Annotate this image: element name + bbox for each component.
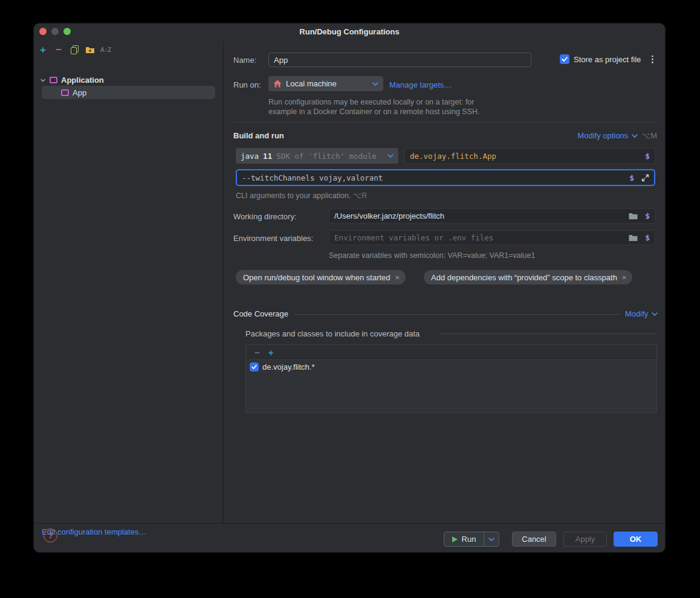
- chevron-down-icon[interactable]: [632, 134, 638, 138]
- chevron-down-icon: [40, 77, 46, 83]
- kebab-menu-icon[interactable]: ⋮: [648, 54, 657, 65]
- run-on-label: Run on:: [233, 80, 261, 89]
- add-pattern-button[interactable]: +: [268, 348, 274, 357]
- chevron-down-icon: [372, 82, 378, 86]
- checkbox-checked-icon: [560, 54, 569, 64]
- configurations-sidebar: + − A↕Z: [34, 40, 223, 524]
- ok-button[interactable]: OK: [614, 532, 658, 547]
- environment-variables-placeholder: Environment variables or .env files: [334, 233, 493, 242]
- application-type-icon: [50, 77, 57, 83]
- build-and-run-header: Build and run: [233, 131, 284, 140]
- coverage-packages-table: − + de.vojay.flitch.*: [245, 344, 657, 413]
- ok-button-label: OK: [630, 535, 642, 544]
- sort-alphabetically-icon: A↕Z: [100, 47, 111, 53]
- jdk-name: java: [241, 152, 259, 161]
- chip-add-provided-dependencies[interactable]: Add dependencies with “provided” scope t…: [424, 270, 632, 285]
- run-button-label: Run: [462, 535, 476, 544]
- browse-folder-icon[interactable]: [629, 234, 638, 242]
- run-configuration-icon: [61, 89, 69, 96]
- code-coverage-header: Code Coverage: [233, 309, 288, 318]
- play-icon: [452, 536, 458, 542]
- run-options-dropdown[interactable]: [484, 532, 499, 546]
- coverage-pattern-row[interactable]: de.vojay.flitch.*: [246, 360, 656, 373]
- chevron-down-icon[interactable]: [652, 312, 658, 316]
- insert-macro-icon[interactable]: $: [645, 211, 650, 220]
- new-folder-button[interactable]: [85, 44, 96, 55]
- add-configuration-button[interactable]: +: [37, 44, 48, 55]
- main-class-value: de.vojay.flitch.App: [410, 152, 496, 161]
- help-button[interactable]: ?: [44, 529, 57, 542]
- help-icon: ?: [48, 531, 53, 540]
- copy-icon: [71, 45, 78, 54]
- code-coverage-rule: [295, 314, 620, 315]
- insert-macro-icon[interactable]: $: [645, 233, 650, 242]
- manage-targets-link[interactable]: Manage targets…: [389, 80, 452, 89]
- coverage-group-label: Packages and classes to include in cover…: [245, 329, 420, 338]
- store-as-project-file-checkbox[interactable]: Store as project file: [560, 54, 641, 64]
- minus-icon: −: [56, 45, 62, 55]
- apply-button[interactable]: Apply: [563, 532, 607, 547]
- environment-variables-hint: Separate variables with semicolon: VAR=v…: [329, 251, 535, 260]
- run-split-button[interactable]: Run: [444, 532, 499, 547]
- sidebar-divider: [223, 40, 224, 524]
- program-arguments-value: --twitchChannels vojay,valorant: [242, 173, 383, 182]
- local-machine-icon: [273, 80, 282, 88]
- apply-button-label: Apply: [575, 535, 595, 544]
- environment-variables-input[interactable]: Environment variables or .env files $: [329, 230, 655, 245]
- screen: Run/Debug Configurations + − A↕Z: [0, 0, 700, 598]
- remove-chip-icon[interactable]: ×: [395, 273, 400, 282]
- chip-label: Open run/debug tool window when started: [243, 273, 391, 282]
- coverage-group-rule: [440, 333, 657, 334]
- cancel-button-label: Cancel: [522, 535, 546, 544]
- modify-options-link[interactable]: Modify options: [577, 131, 628, 140]
- sort-configurations-button[interactable]: A↕Z: [100, 44, 111, 55]
- program-arguments-input[interactable]: --twitchChannels vojay,valorant $: [236, 169, 655, 186]
- cancel-button[interactable]: Cancel: [512, 532, 556, 547]
- tree-group-label: Application: [61, 76, 104, 85]
- insert-macro-icon[interactable]: $: [629, 173, 634, 182]
- section-divider: [233, 122, 657, 123]
- run-on-select[interactable]: Local machine: [268, 76, 383, 91]
- jre-select[interactable]: java 11 SDK of 'flitch' module: [236, 148, 398, 164]
- tree-item-label: App: [73, 88, 86, 97]
- tree-group-application[interactable]: Application: [34, 74, 104, 86]
- browse-folder-icon[interactable]: [629, 213, 638, 220]
- titlebar: Run/Debug Configurations: [34, 24, 665, 40]
- jdk-version: 11: [263, 152, 272, 161]
- name-label: Name:: [233, 56, 256, 65]
- remove-pattern-button[interactable]: −: [254, 348, 260, 357]
- tree-item-app-selected[interactable]: App: [42, 86, 215, 99]
- working-directory-value: /Users/volker.janz/projects/flitch: [334, 211, 444, 220]
- plus-icon: +: [40, 45, 46, 55]
- chip-label: Add dependencies with “provided” scope t…: [431, 273, 617, 282]
- run-button[interactable]: Run: [444, 532, 484, 546]
- insert-macro-icon[interactable]: $: [645, 152, 650, 161]
- working-directory-input[interactable]: /Users/volker.janz/projects/flitch $: [329, 208, 655, 223]
- run-debug-configurations-dialog: Run/Debug Configurations + − A↕Z: [33, 23, 666, 553]
- chevron-down-icon: [387, 154, 394, 158]
- environment-variables-label: Environment variables:: [233, 234, 313, 243]
- args-shortcut: ⌥R: [353, 191, 367, 200]
- name-input[interactable]: App: [268, 53, 531, 67]
- remove-configuration-button[interactable]: −: [53, 44, 64, 55]
- coverage-table-toolbar: − +: [246, 345, 656, 360]
- working-directory-label: Working directory:: [233, 212, 297, 221]
- checkbox-checked-icon[interactable]: [250, 362, 259, 371]
- store-checkbox-label: Store as project file: [574, 55, 641, 64]
- dialog-footer: ? Run Cancel Apply OK: [34, 523, 665, 552]
- jdk-detail: SDK of 'flitch' module: [276, 152, 377, 161]
- run-on-help-text: Run configurations may be executed local…: [268, 97, 479, 117]
- run-on-value: Local machine: [286, 79, 337, 88]
- coverage-modify-link[interactable]: Modify: [625, 309, 648, 318]
- modify-options-shortcut: ⌥M: [641, 131, 657, 140]
- chip-open-run-tool-window[interactable]: Open run/debug tool window when started …: [236, 270, 406, 285]
- args-hint: CLI arguments to your application. ⌥R: [236, 191, 367, 200]
- coverage-pattern-label: de.vojay.flitch.*: [262, 362, 314, 371]
- chevron-down-icon: [488, 538, 494, 541]
- main-class-input[interactable]: de.vojay.flitch.App $: [404, 148, 655, 164]
- new-folder-icon: [85, 46, 95, 54]
- sidebar-toolbar: + − A↕Z: [37, 43, 111, 56]
- copy-configuration-button[interactable]: [69, 44, 80, 55]
- remove-chip-icon[interactable]: ×: [622, 273, 627, 282]
- expand-field-icon[interactable]: [641, 174, 649, 182]
